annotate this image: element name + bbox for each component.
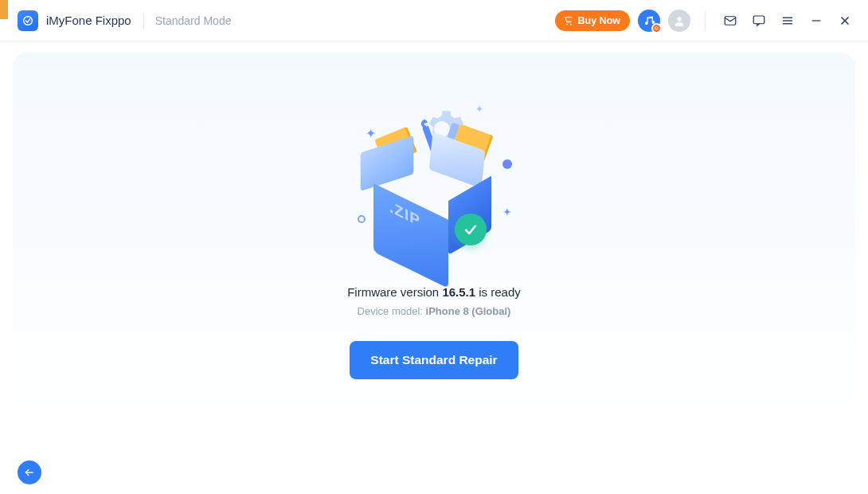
arrow-left-icon [23,466,36,479]
content-area: .ZIP ✦ ✦ ✦ Firmware version 16.5.1 is re… [0,41,868,494]
svg-rect-5 [753,16,764,24]
firmware-status-text: Firmware version 16.5.1 is ready [347,285,521,299]
buy-now-button[interactable]: Buy Now [555,10,630,31]
main-panel: .ZIP ✦ ✦ ✦ Firmware version 16.5.1 is re… [13,53,855,445]
menu-icon[interactable] [777,10,798,31]
firmware-suffix: is ready [475,285,521,299]
mode-label: Standard Mode [155,14,232,27]
account-icon[interactable] [668,10,690,32]
device-label: Device model: [358,305,426,317]
check-badge-icon [455,214,487,245]
title-bar-right: Buy Now [555,10,855,32]
sparkle-icon: ✦ [475,104,483,115]
back-button[interactable] [18,461,41,484]
title-divider [143,13,144,29]
app-logo-glyph [22,14,34,27]
feedback-mail-icon[interactable] [720,10,741,31]
svg-line-2 [657,29,659,30]
title-bar: iMyFone Fixppo Standard Mode Buy Now [0,0,868,41]
start-standard-repair-button[interactable]: Start Standard Repair [350,341,518,379]
device-model: iPhone 8 (Global) [426,305,511,317]
app-logo [18,10,38,31]
device-model-text: Device model: iPhone 8 (Global) [358,305,511,317]
app-name: iMyFone Fixppo [46,14,131,27]
decoration-ring [358,215,366,223]
buy-now-label: Buy Now [578,15,620,26]
close-button[interactable] [835,10,855,31]
start-button-label: Start Standard Repair [370,353,497,367]
firmware-prefix: Firmware version [347,285,442,299]
box-side [373,183,448,288]
firmware-version: 16.5.1 [442,285,475,299]
box-flap [361,135,414,191]
cart-icon [563,15,573,25]
title-divider-right [705,12,706,29]
sparkle-icon: ✦ [366,126,376,141]
music-promo-icon[interactable] [638,10,660,32]
support-chat-icon[interactable] [749,10,769,31]
music-promo-badge-icon [651,23,662,33]
svg-point-3 [677,17,681,21]
svg-rect-4 [725,16,736,25]
firmware-box-illustration: .ZIP ✦ ✦ ✦ [346,104,522,255]
decoration-dot [502,159,512,169]
sparkle-icon: ✦ [502,206,512,218]
minimize-button[interactable] [806,10,827,31]
svg-point-0 [24,16,33,25]
